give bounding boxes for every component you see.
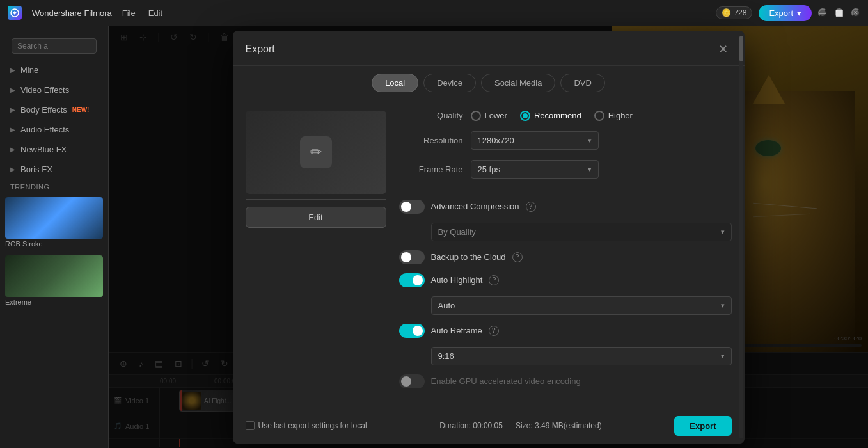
quality-lower-radio[interactable] bbox=[471, 111, 481, 121]
tab-device[interactable]: Device bbox=[423, 74, 476, 92]
sidebar-item-newblue[interactable]: ▶ NewBlue FX bbox=[0, 140, 108, 159]
sidebar-trending-label: TRENDING bbox=[0, 179, 108, 195]
sidebar-item-body-effects-label: Body Effects bbox=[20, 105, 67, 115]
quality-lower-option[interactable]: Lower bbox=[471, 111, 507, 121]
app-name: Wondershare Filmora bbox=[32, 8, 112, 18]
quality-lower-label: Lower bbox=[485, 111, 507, 120]
auto-reframe-toggle[interactable] bbox=[399, 324, 425, 338]
by-quality-value: By Quality bbox=[438, 227, 476, 237]
rgb-stroke-label: RGB Stroke bbox=[5, 239, 103, 250]
close-button[interactable]: ✕ bbox=[851, 8, 860, 17]
boris-arrow-icon: ▶ bbox=[10, 166, 15, 173]
rgb-stroke-thumbnail bbox=[5, 197, 103, 239]
dialog-body: ✏ Edit Quality bbox=[233, 100, 745, 408]
export-button[interactable]: Export bbox=[674, 416, 731, 436]
by-quality-row: By Quality ▾ bbox=[431, 223, 732, 241]
app-logo bbox=[8, 6, 22, 20]
sidebar-item-video-effects-label: Video Effects bbox=[20, 85, 69, 95]
auto-reframe-select[interactable]: 9:16 ▾ bbox=[431, 347, 732, 365]
tab-social-media[interactable]: Social Media bbox=[481, 74, 555, 92]
dialog-tabs: Local Device Social Media DVD bbox=[233, 66, 745, 100]
auto-highlight-help-icon[interactable]: ? bbox=[489, 275, 499, 285]
frame-rate-select[interactable]: 25 fps ▾ bbox=[471, 160, 599, 179]
advanced-compression-toggle[interactable] bbox=[399, 200, 425, 214]
sidebar-item-audio-effects[interactable]: ▶ Audio Effects bbox=[0, 120, 108, 140]
auto-highlight-toggle[interactable] bbox=[399, 273, 425, 287]
window-controls: — ⬜ ✕ bbox=[818, 8, 860, 17]
sidebar-item-boris-label: Boris FX bbox=[20, 164, 52, 174]
help-question-mark: ? bbox=[529, 203, 533, 210]
backup-cloud-help-icon[interactable]: ? bbox=[512, 252, 523, 262]
backup-cloud-row: Backup to the Cloud ? bbox=[399, 250, 732, 264]
sidebar-thumb-rgb[interactable]: RGB Stroke bbox=[5, 197, 103, 250]
maximize-button[interactable]: ⬜ bbox=[835, 8, 844, 17]
highlight-help-question-mark: ? bbox=[493, 276, 496, 284]
auto-highlight-arrow-icon: ▾ bbox=[721, 301, 725, 310]
sidebar-thumb-extreme[interactable]: Extreme bbox=[5, 255, 103, 308]
dialog-close-button[interactable]: ✕ bbox=[714, 41, 732, 58]
title-bar-left: Wondershare Filmora File Edit bbox=[8, 6, 162, 20]
quality-radio-group: Lower Recommend Higher bbox=[471, 111, 633, 121]
tab-dvd[interactable]: DVD bbox=[560, 74, 604, 92]
auto-reframe-knob bbox=[413, 326, 423, 336]
auto-reframe-dropdown-row: 9:16 ▾ bbox=[431, 347, 732, 365]
resolution-select[interactable]: 1280x720 ▾ bbox=[471, 131, 599, 150]
export-dialog: Export ✕ Local Device Social Media DVD bbox=[233, 31, 745, 444]
resolution-arrow-icon: ▾ bbox=[588, 136, 592, 145]
last-settings-checkbox-box bbox=[246, 421, 255, 430]
gpu-toggle[interactable] bbox=[399, 374, 425, 388]
export-header-button[interactable]: Export ▾ bbox=[759, 5, 812, 21]
minimize-button[interactable]: — bbox=[818, 8, 827, 17]
credits-badge: 🪙 728 bbox=[716, 6, 752, 19]
preview-thumb-bg: ✏ bbox=[246, 111, 386, 194]
sidebar-item-video-effects[interactable]: ▶ Video Effects bbox=[0, 80, 108, 100]
menu-file[interactable]: File bbox=[122, 8, 136, 18]
advanced-compression-help-icon[interactable]: ? bbox=[526, 202, 536, 212]
credits-count: 728 bbox=[734, 8, 746, 17]
sidebar-item-boris[interactable]: ▶ Boris FX bbox=[0, 159, 108, 179]
quality-label: Quality bbox=[399, 111, 463, 120]
auto-reframe-arrow-icon: ▾ bbox=[721, 352, 725, 360]
edit-button[interactable]: Edit bbox=[246, 207, 386, 228]
resolution-label: Resolution bbox=[399, 136, 463, 145]
menu-edit[interactable]: Edit bbox=[148, 8, 162, 18]
by-quality-arrow-icon: ▾ bbox=[721, 228, 725, 236]
last-settings-label: Use last export settings for local bbox=[258, 421, 367, 430]
dialog-settings: Quality Lower Recommend bbox=[399, 111, 732, 397]
body-effects-arrow-icon: ▶ bbox=[10, 106, 15, 113]
duration-label: Duration: 00:00:05 bbox=[439, 421, 503, 430]
quality-row: Quality Lower Recommend bbox=[399, 111, 732, 121]
auto-highlight-value: Auto bbox=[438, 301, 455, 310]
resolution-row: Resolution 1280x720 ▾ bbox=[399, 131, 732, 150]
new-badge: NEW! bbox=[72, 106, 90, 113]
tab-local[interactable]: Local bbox=[372, 74, 418, 92]
quality-recommend-radio[interactable] bbox=[520, 111, 530, 121]
footer-center: Duration: 00:00:05 Size: 3.49 MB(estimat… bbox=[439, 421, 601, 430]
last-settings-checkbox[interactable]: Use last export settings for local bbox=[246, 421, 367, 430]
auto-highlight-dropdown-row: Auto ▾ bbox=[431, 296, 732, 315]
search-input[interactable] bbox=[12, 38, 97, 54]
size-label: Size: 3.49 MB(estimated) bbox=[516, 421, 602, 430]
quality-higher-option[interactable]: Higher bbox=[594, 111, 633, 121]
auto-highlight-select[interactable]: Auto ▾ bbox=[431, 296, 732, 315]
sidebar-item-mine-label: Mine bbox=[20, 65, 38, 75]
newblue-arrow-icon: ▶ bbox=[10, 146, 15, 153]
auto-reframe-help-icon[interactable]: ? bbox=[489, 326, 499, 336]
frame-rate-row: Frame Rate 25 fps ▾ bbox=[399, 160, 732, 179]
gpu-knob bbox=[401, 376, 411, 387]
title-bar-right: 🪙 728 Export ▾ — ⬜ ✕ bbox=[716, 5, 860, 21]
auto-highlight-label: Auto Highlight bbox=[431, 275, 483, 285]
reframe-help-question-mark: ? bbox=[492, 327, 496, 334]
sidebar-item-mine[interactable]: ▶ Mine bbox=[0, 60, 108, 80]
backup-cloud-toggle[interactable] bbox=[399, 250, 425, 264]
title-bar: Wondershare Filmora File Edit 🪙 728 Expo… bbox=[0, 0, 868, 26]
quality-higher-radio[interactable] bbox=[594, 111, 604, 121]
sidebar-item-body-effects[interactable]: ▶ Body Effects NEW! bbox=[0, 100, 108, 120]
video-effects-arrow-icon: ▶ bbox=[10, 86, 15, 93]
sidebar: ▶ Mine ▶ Video Effects ▶ Body Effects NE… bbox=[0, 26, 109, 448]
quality-recommend-option[interactable]: Recommend bbox=[520, 111, 581, 121]
settings-scrollbar-thumb[interactable] bbox=[739, 36, 743, 61]
backup-cloud-knob bbox=[401, 252, 411, 262]
menu-bar: File Edit bbox=[122, 8, 162, 18]
by-quality-select[interactable]: By Quality ▾ bbox=[431, 223, 732, 241]
